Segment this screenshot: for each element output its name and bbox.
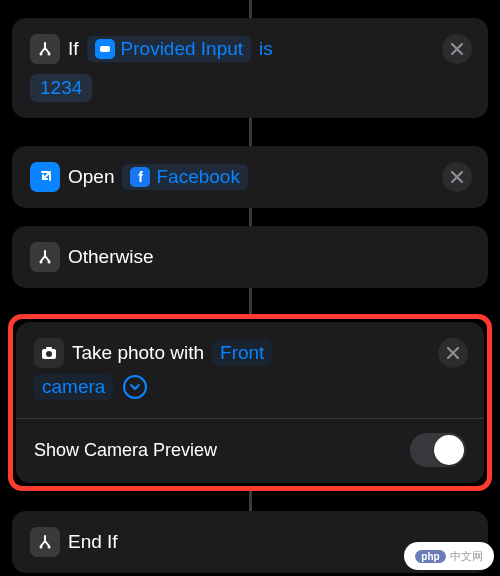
highlighted-action: Take photo with Front camera Show Camera… xyxy=(8,314,492,491)
if-keyword: If xyxy=(68,38,79,60)
watermark-text: 中文网 xyxy=(450,549,483,564)
toggle-knob xyxy=(434,435,464,465)
camera-param-camera[interactable]: camera xyxy=(34,374,113,400)
svg-point-4 xyxy=(48,261,51,264)
action-otherwise-card[interactable]: Otherwise xyxy=(12,226,488,288)
close-icon xyxy=(451,43,463,55)
provided-input-token[interactable]: Provided Input xyxy=(87,36,252,62)
expand-options-button[interactable] xyxy=(123,375,147,399)
endif-keyword: End If xyxy=(68,531,118,553)
app-token[interactable]: f Facebook xyxy=(122,164,247,190)
show-preview-toggle[interactable] xyxy=(410,433,466,467)
chevron-down-icon xyxy=(130,382,140,392)
camera-param-front[interactable]: Front xyxy=(212,340,272,366)
svg-rect-2 xyxy=(100,46,110,52)
camera-icon xyxy=(34,338,64,368)
branch-icon xyxy=(30,242,60,272)
provided-input-label: Provided Input xyxy=(121,38,244,60)
show-preview-label: Show Camera Preview xyxy=(34,440,217,461)
svg-point-9 xyxy=(48,546,51,549)
svg-rect-6 xyxy=(46,347,52,350)
take-photo-label: Take photo with xyxy=(72,342,204,364)
action-open-card[interactable]: Open f Facebook xyxy=(12,146,488,208)
svg-point-8 xyxy=(40,546,43,549)
svg-point-3 xyxy=(40,261,43,264)
watermark: php 中文网 xyxy=(404,542,494,570)
branch-icon xyxy=(30,34,60,64)
watermark-badge: php xyxy=(415,550,445,563)
open-app-icon xyxy=(30,162,60,192)
branch-icon xyxy=(30,527,60,557)
close-button[interactable] xyxy=(442,34,472,64)
otherwise-keyword: Otherwise xyxy=(68,246,154,268)
facebook-icon: f xyxy=(130,167,150,187)
svg-point-0 xyxy=(40,53,43,56)
app-name-label: Facebook xyxy=(156,166,239,188)
open-keyword: Open xyxy=(68,166,114,188)
close-icon xyxy=(447,347,459,359)
close-button[interactable] xyxy=(442,162,472,192)
close-icon xyxy=(451,171,463,183)
svg-point-1 xyxy=(48,53,51,56)
input-icon xyxy=(95,39,115,59)
close-button[interactable] xyxy=(438,338,468,368)
action-if-card[interactable]: If Provided Input is 1234 xyxy=(12,18,488,118)
action-take-photo-card[interactable]: Take photo with Front camera Show Camera… xyxy=(16,322,484,483)
value-chip[interactable]: 1234 xyxy=(30,74,92,102)
svg-point-7 xyxy=(46,351,52,357)
condition-label[interactable]: is xyxy=(259,38,273,60)
